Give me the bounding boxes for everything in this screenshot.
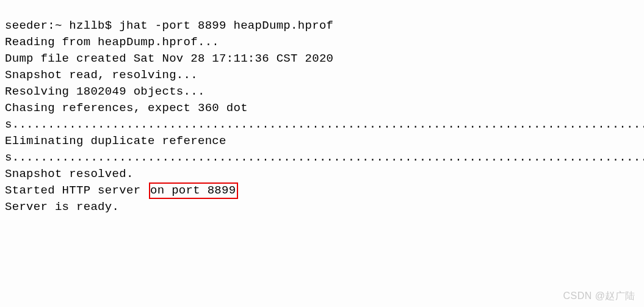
output-line: Snapshot read, resolving... [5, 67, 639, 84]
watermark-text: CSDN @赵广陆 [563, 289, 635, 303]
output-line: Reading from heapDump.hprof... [5, 34, 639, 51]
output-line: Resolving 1802049 objects... [5, 84, 639, 100]
port-highlight-box: on port 8899 [149, 182, 238, 199]
server-ready-line: Server is ready. [5, 199, 639, 215]
output-dots-block: Chasing references, expect 360 dots.....… [5, 101, 644, 181]
output-line: Dump file created Sat Nov 28 17:11:36 CS… [5, 51, 639, 67]
terminal-output: seeder:~ hzllb$ jhat -port 8899 heapDump… [5, 1, 639, 215]
server-started-prefix: Started HTTP server [5, 184, 148, 197]
command-prompt-line: seeder:~ hzllb$ jhat -port 8899 heapDump… [5, 18, 639, 34]
